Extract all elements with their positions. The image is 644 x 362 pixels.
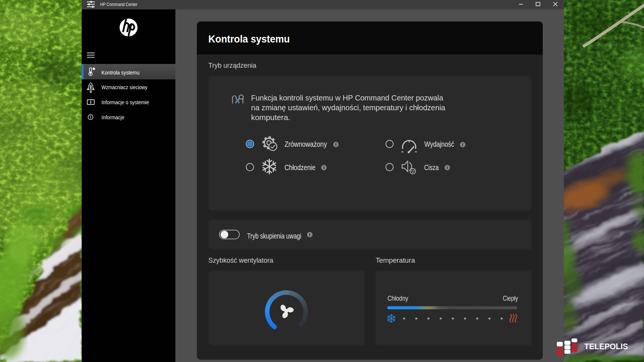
svg-text:Informacje: Informacje <box>102 114 125 120</box>
svg-text:Kontrola systemu: Kontrola systemu <box>102 70 140 76</box>
svg-text:Tryb skupienia uwagi: Tryb skupienia uwagi <box>247 231 301 240</box>
svg-text:na zmianę ustawień, wydajności: na zmianę ustawień, wydajności, temperat… <box>251 103 445 112</box>
svg-text:HP Command Center: HP Command Center <box>100 2 137 7</box>
svg-text:TELEPOLIS: TELEPOLIS <box>585 342 628 351</box>
svg-text:Cisza: Cisza <box>424 163 439 172</box>
svg-text:Wydajność: Wydajność <box>425 140 454 148</box>
svg-text:Funkcja kontroli systemu w HP: Funkcja kontroli systemu w HP Command Ce… <box>251 93 443 102</box>
svg-text:komputera.: komputera. <box>251 113 290 122</box>
svg-text:Chłodzenie: Chłodzenie <box>285 163 315 172</box>
svg-text:Wzmacniacz sieciowy: Wzmacniacz sieciowy <box>102 84 148 90</box>
svg-text:Chłodny: Chłodny <box>388 294 409 302</box>
svg-text:Tryb urządzenia: Tryb urządzenia <box>209 61 257 69</box>
svg-text:Temperatura: Temperatura <box>376 256 415 264</box>
svg-text:Zrównoważony: Zrównoważony <box>285 140 327 148</box>
svg-text:Ciepły: Ciepły <box>503 294 518 302</box>
svg-text:Informacje o systemie: Informacje o systemie <box>102 99 149 105</box>
svg-text:Kontrola systemu: Kontrola systemu <box>209 33 290 45</box>
svg-text:Szybkość wentylatora: Szybkość wentylatora <box>209 256 274 264</box>
